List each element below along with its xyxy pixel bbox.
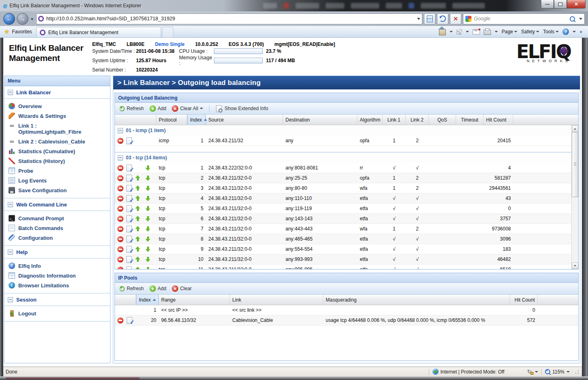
move-up-icon[interactable] bbox=[135, 175, 141, 181]
column-link2[interactable]: Link 2 bbox=[406, 115, 429, 125]
edit-rule-icon[interactable] bbox=[126, 246, 132, 253]
sidebar-item-batch-commands[interactable]: Batch Commands bbox=[4, 223, 110, 233]
back-button[interactable]: ← bbox=[3, 13, 15, 25]
compatibility-view-button[interactable] bbox=[424, 13, 435, 24]
remove-rule-icon[interactable] bbox=[117, 236, 123, 242]
column-index[interactable]: Index bbox=[136, 295, 159, 305]
home-icon[interactable] bbox=[439, 29, 446, 35]
move-down-icon[interactable] bbox=[145, 216, 151, 221]
scroll-down-button[interactable] bbox=[572, 263, 578, 269]
restore-button[interactable] bbox=[554, 0, 567, 9]
page-menu[interactable]: Page bbox=[502, 29, 517, 35]
edit-rule-icon[interactable] bbox=[126, 256, 132, 263]
column-qos[interactable]: QoS bbox=[429, 115, 456, 125]
pools-clear-button[interactable]: ×Clear bbox=[170, 284, 194, 293]
move-up-icon[interactable] bbox=[135, 206, 141, 211]
url-dropdown-caret-icon[interactable] bbox=[417, 18, 420, 22]
edit-pool-icon[interactable] bbox=[127, 317, 132, 324]
edit-rule-icon[interactable] bbox=[126, 165, 132, 172]
scroll-up-button[interactable] bbox=[572, 125, 578, 132]
move-up-icon[interactable] bbox=[135, 185, 141, 191]
sidebar-item-elfiq-info[interactable]: Elfiq Info bbox=[4, 261, 110, 271]
move-up-icon[interactable] bbox=[135, 226, 141, 232]
print-icon[interactable] bbox=[484, 30, 491, 35]
sidebar-item-overview[interactable]: Overview bbox=[4, 101, 110, 111]
remove-rule-icon[interactable] bbox=[117, 138, 123, 144]
print-caret-icon[interactable] bbox=[495, 31, 498, 34]
table-row[interactable]: tcp1024.38.43.211/32:0-0any:993-993etfa√… bbox=[115, 254, 571, 265]
sidebar-item-configuration[interactable]: Configuration bbox=[4, 233, 110, 243]
column-link1[interactable]: Link 1 bbox=[383, 115, 406, 125]
olb-refresh-button[interactable]: Refresh bbox=[117, 105, 146, 113]
remove-pool-icon[interactable] bbox=[117, 317, 123, 324]
remove-rule-icon[interactable] bbox=[117, 206, 123, 212]
read-mail-icon[interactable] bbox=[473, 29, 480, 35]
collapse-icon[interactable] bbox=[8, 202, 13, 207]
sidebar-item-link-1[interactable]: Link 1 :OptimumLightpath_Fibre bbox=[4, 121, 110, 137]
edit-rule-icon[interactable] bbox=[126, 137, 132, 144]
sidebar-item-statistics-cumulative[interactable]: Statistics (Cumulative) bbox=[4, 146, 110, 156]
column-algorithm[interactable]: Algorithm bbox=[357, 115, 383, 125]
remove-rule-icon[interactable] bbox=[117, 175, 123, 181]
collapse-icon[interactable] bbox=[118, 128, 123, 133]
url-field[interactable]: http://10.0.0.252/main.html?sid=SID_1307… bbox=[36, 13, 422, 24]
minimize-button[interactable]: — bbox=[541, 0, 554, 9]
collapse-icon[interactable] bbox=[8, 250, 13, 255]
sidebar-item-diagnostic-information[interactable]: Diagnostic Information bbox=[4, 271, 110, 280]
remove-rule-icon[interactable] bbox=[117, 256, 123, 263]
remove-rule-icon[interactable] bbox=[117, 246, 123, 252]
move-down-icon[interactable] bbox=[145, 185, 151, 191]
column-index[interactable]: Index bbox=[187, 115, 206, 125]
search-input[interactable]: Google bbox=[474, 16, 567, 22]
collapse-icon[interactable] bbox=[8, 297, 13, 302]
security-zone[interactable]: Internet | Protected Mode: Off bbox=[432, 369, 505, 375]
table-row[interactable]: tcp624.38.43.211/32:0-0any:143-143etfa√√… bbox=[115, 214, 571, 224]
sidebar-item-link-2-cablevision-cable[interactable]: Link 2 : Cablevision_Cable bbox=[4, 137, 110, 146]
table-row[interactable]: 1<< src IP >><< src link >>0 bbox=[115, 305, 578, 315]
table-row[interactable]: tcp324.38.43.211/32:0-0any:80-80wfa12294… bbox=[115, 183, 571, 193]
rss-caret-icon[interactable] bbox=[466, 31, 469, 34]
column-timeout[interactable]: Timeout bbox=[456, 115, 484, 125]
scrollbar-thumb[interactable] bbox=[572, 132, 578, 197]
stop-button[interactable]: ✕ bbox=[450, 13, 461, 24]
table-row[interactable]: tcp1124.38.43.211/32:0-0any:995-995etfa√… bbox=[115, 265, 571, 269]
tab-elfiq[interactable]: Elfiq Link Balancer Management bbox=[36, 27, 161, 37]
table-row[interactable]: tcp924.38.43.211/32:0-0any:554-554etfa√√… bbox=[115, 244, 571, 254]
column-hit-count[interactable]: Hit Count bbox=[510, 295, 538, 305]
move-up-icon[interactable] bbox=[135, 195, 141, 201]
remove-rule-icon[interactable] bbox=[117, 226, 123, 232]
move-down-icon[interactable] bbox=[145, 175, 151, 181]
sidebar-item-browser-limitations[interactable]: Browser Limitations bbox=[4, 280, 110, 290]
edit-rule-icon[interactable] bbox=[126, 175, 132, 182]
table-row[interactable]: icmp124.38.43.211/32anyopfa1220415 bbox=[115, 136, 571, 146]
url-text[interactable]: http://10.0.0.252/main.html?sid=SID_1307… bbox=[46, 16, 175, 22]
pools-refresh-button[interactable]: Refresh bbox=[117, 285, 146, 293]
refresh-button[interactable] bbox=[437, 13, 448, 24]
safety-menu[interactable]: Safety bbox=[521, 29, 539, 35]
sidebar-item-probe[interactable]: Probe bbox=[4, 166, 110, 176]
collapse-icon[interactable] bbox=[118, 155, 123, 161]
sidebar-item-save-configuration[interactable]: Save Configuration bbox=[4, 185, 110, 195]
home-caret-icon[interactable] bbox=[450, 31, 453, 34]
column-source[interactable]: Source bbox=[206, 115, 283, 125]
column-hit-count[interactable]: Hit Count bbox=[484, 115, 513, 125]
remove-rule-icon[interactable] bbox=[117, 185, 123, 191]
move-up-icon[interactable] bbox=[135, 236, 141, 242]
edit-rule-icon[interactable] bbox=[126, 185, 132, 192]
edit-rule-icon[interactable] bbox=[126, 215, 132, 222]
move-down-icon[interactable] bbox=[145, 256, 151, 262]
sidebar-section-web-command-line[interactable]: Web Command Line bbox=[4, 198, 110, 211]
search-options-caret-icon[interactable] bbox=[579, 18, 582, 22]
group-header-01-icmp-1-item[interactable]: 01 - icmp (1 item) bbox=[115, 125, 571, 136]
table-row[interactable]: tcp224.38.43.211/32:0-0any:25-25opfa1258… bbox=[115, 173, 571, 183]
edit-rule-icon[interactable] bbox=[126, 195, 132, 202]
move-up-icon[interactable] bbox=[135, 246, 141, 252]
search-icon[interactable] bbox=[570, 16, 575, 22]
overflow-chevron-icon[interactable]: » bbox=[579, 29, 582, 35]
resize-grip[interactable] bbox=[575, 369, 579, 374]
pools-add-button[interactable]: +Add bbox=[148, 284, 169, 293]
sidebar-section-session[interactable]: Session bbox=[4, 293, 110, 306]
move-up-icon[interactable] bbox=[135, 216, 141, 221]
table-row[interactable]: tcp524.38.43.211/32:0-0any:119-119etfa√√… bbox=[115, 204, 571, 214]
table-row[interactable]: tcp124.38.43.222/32:0-0any:8081-8081rr√√… bbox=[115, 163, 571, 173]
